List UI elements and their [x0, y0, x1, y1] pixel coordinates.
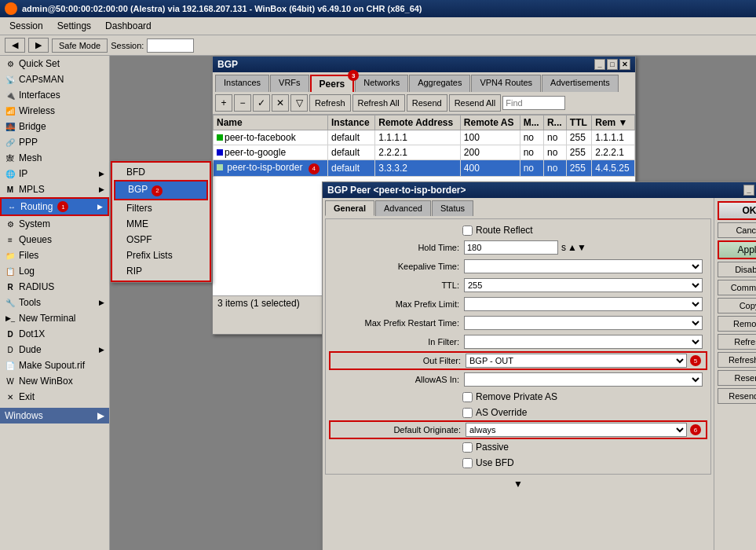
sidebar-item-label: New Terminal — [19, 313, 75, 324]
sidebar-item-new-winbox[interactable]: W New WinBox — [0, 373, 109, 389]
menu-settings[interactable]: Settings — [51, 19, 97, 33]
default-originate-select[interactable]: always — [466, 423, 687, 437]
back-button[interactable]: ◀ — [5, 38, 25, 53]
route-reflect-checkbox[interactable] — [462, 226, 473, 236]
bgp-maximize-button[interactable]: □ — [607, 59, 618, 70]
peer-dialog-minimize[interactable]: _ — [743, 185, 754, 196]
sidebar-item-interfaces[interactable]: 🔌 Interfaces — [0, 87, 109, 103]
peer-tab-advanced[interactable]: Advanced — [375, 200, 431, 216]
edit-button[interactable]: ✓ — [253, 94, 270, 112]
max-prefix-restart-row: Max Prefix Restart Time: — [329, 314, 707, 332]
sidebar-item-ip[interactable]: 🌐 IP ▶ — [0, 166, 109, 182]
refresh-all-button[interactable]: Refresh All — [352, 94, 405, 112]
add-button[interactable]: + — [215, 94, 232, 112]
remove-private-as-checkbox[interactable] — [462, 392, 473, 402]
max-prefix-restart-select-wrapper — [464, 316, 703, 330]
comment-button[interactable]: Comment — [718, 280, 756, 295]
sidebar-item-log[interactable]: 📋 Log — [0, 263, 109, 279]
keepalive-time-select[interactable] — [464, 259, 703, 273]
sidebar-item-dude[interactable]: D Dude ▶ — [0, 342, 109, 358]
sidebar-item-mpls[interactable]: M MPLS ▶ — [0, 182, 109, 197]
tab-networks[interactable]: Networks — [355, 75, 408, 92]
sidebar-item-make-supout[interactable]: 📄 Make Supout.rif — [0, 358, 109, 373]
sidebar-item-label: Log — [19, 266, 35, 277]
as-override-checkbox[interactable] — [462, 408, 473, 418]
copy-button-panel[interactable]: Copy — [718, 298, 756, 314]
resend-all-button-panel[interactable]: Resend All — [718, 388, 756, 404]
ttl-select[interactable]: 255 — [464, 278, 703, 292]
remove-button[interactable]: − — [234, 94, 251, 112]
copy-button[interactable]: ✕ — [272, 94, 289, 112]
apply-button[interactable]: Apply 7 — [718, 240, 756, 259]
sidebar-item-capsman[interactable]: 📡 CAPsMAN — [0, 72, 109, 87]
hold-time-spinner[interactable]: ▲▼ — [568, 242, 586, 253]
hold-time-input[interactable] — [464, 240, 558, 255]
resend-button-panel[interactable]: Resend — [718, 370, 756, 386]
passive-checkbox[interactable] — [462, 442, 473, 453]
safe-mode-button[interactable]: Safe Mode — [52, 38, 108, 53]
sidebar-item-tools[interactable]: 🔧 Tools ▶ — [0, 295, 109, 310]
peer-tab-general[interactable]: General — [325, 200, 374, 216]
find-input[interactable] — [502, 96, 565, 110]
use-bfd-row: Use BFD — [329, 455, 707, 471]
refresh-button[interactable]: Refresh — [309, 94, 351, 112]
tab-advertisements[interactable]: Advertisements — [542, 75, 619, 92]
tab-instances[interactable]: Instances — [215, 75, 269, 92]
table-row[interactable]: peer-to-facebook default 1.1.1.1 100 no … — [214, 130, 635, 145]
sidebar-item-routing[interactable]: ↔ Routing 1 ▶ — [0, 197, 109, 216]
in-filter-select[interactable] — [464, 335, 703, 349]
submenu-item-filters[interactable]: Filters — [114, 200, 208, 216]
peer-dialog-btn-panel: OK 8 Cancel Apply 7 Disable Comment Copy… — [714, 198, 756, 550]
tab-aggregates[interactable]: Aggregates — [409, 75, 470, 92]
sidebar-item-queues[interactable]: ≡ Queues — [0, 232, 109, 248]
refresh-button-panel[interactable]: Refresh — [718, 334, 756, 350]
submenu-item-rip[interactable]: RIP — [114, 263, 208, 279]
forward-button[interactable]: ▶ — [28, 38, 49, 53]
sidebar-item-wireless[interactable]: 📶 Wireless — [0, 103, 109, 119]
sidebar-item-label: Files — [19, 250, 38, 261]
cancel-button[interactable]: Cancel — [718, 222, 756, 238]
table-row-selected[interactable]: peer-to-isp-border 4 default 3.3.3.2 400… — [214, 160, 635, 177]
submenu-item-bgp[interactable]: BGP 2 — [114, 180, 208, 200]
sidebar-item-dot1x[interactable]: D Dot1X — [0, 326, 109, 342]
sidebar-item-ppp[interactable]: 🔗 PPP — [0, 134, 109, 150]
submenu-item-bfd[interactable]: BFD — [114, 164, 208, 180]
submenu-item-mme[interactable]: MME — [114, 216, 208, 232]
sidebar-item-system[interactable]: ⚙ System — [0, 216, 109, 232]
session-input[interactable] — [147, 38, 194, 53]
max-prefix-limit-select[interactable] — [464, 297, 703, 311]
use-bfd-checkbox[interactable] — [462, 458, 473, 468]
table-row[interactable]: peer-to-google default 2.2.2.1 200 no no… — [214, 145, 635, 160]
menu-session[interactable]: Session — [3, 19, 49, 33]
sidebar-item-radius[interactable]: R RADIUS — [0, 279, 109, 295]
submenu-item-ospf[interactable]: OSPF — [114, 232, 208, 248]
sidebar-item-exit[interactable]: ✕ Exit — [0, 389, 109, 405]
disable-button[interactable]: Disable — [718, 262, 756, 277]
sidebar-item-files[interactable]: 📁 Files — [0, 248, 109, 263]
remove-button-panel[interactable]: Remove — [718, 316, 756, 332]
sidebar-item-quickset[interactable]: ⚙ Quick Set — [0, 56, 109, 72]
sidebar-item-mesh[interactable]: 🕸 Mesh — [0, 150, 109, 166]
filter-button[interactable]: ▽ — [290, 94, 308, 112]
files-icon: 📁 — [5, 250, 16, 261]
tab-vpn4routes[interactable]: VPN4 Routes — [471, 75, 541, 92]
max-prefix-restart-label: Max Prefix Restart Time: — [334, 318, 459, 328]
submenu-item-prefix-lists[interactable]: Prefix Lists — [114, 248, 208, 263]
max-prefix-restart-select[interactable] — [464, 316, 703, 330]
tab-vrfs[interactable]: VRFs — [270, 75, 309, 92]
peer-tab-status[interactable]: Status — [432, 200, 473, 216]
resend-all-button[interactable]: Resend All — [449, 94, 502, 112]
bgp-minimize-button[interactable]: _ — [594, 59, 605, 70]
allow-as-in-select[interactable] — [464, 372, 703, 387]
resend-button[interactable]: Resend — [407, 94, 447, 112]
refresh-all-button-panel[interactable]: Refresh All — [718, 352, 756, 368]
annotation-6: 6 — [690, 424, 701, 435]
sidebar-item-bridge[interactable]: 🌉 Bridge — [0, 119, 109, 134]
out-filter-select[interactable]: BGP - OUT — [466, 354, 687, 368]
bgp-close-button[interactable]: ✕ — [619, 59, 630, 70]
sidebar-item-new-terminal[interactable]: ▶_ New Terminal — [0, 310, 109, 326]
tab-peers[interactable]: Peers 3 — [310, 75, 355, 92]
col-ttl: TTL — [566, 116, 591, 130]
menu-dashboard[interactable]: Dashboard — [99, 19, 158, 33]
ok-button[interactable]: OK 8 — [718, 201, 756, 220]
